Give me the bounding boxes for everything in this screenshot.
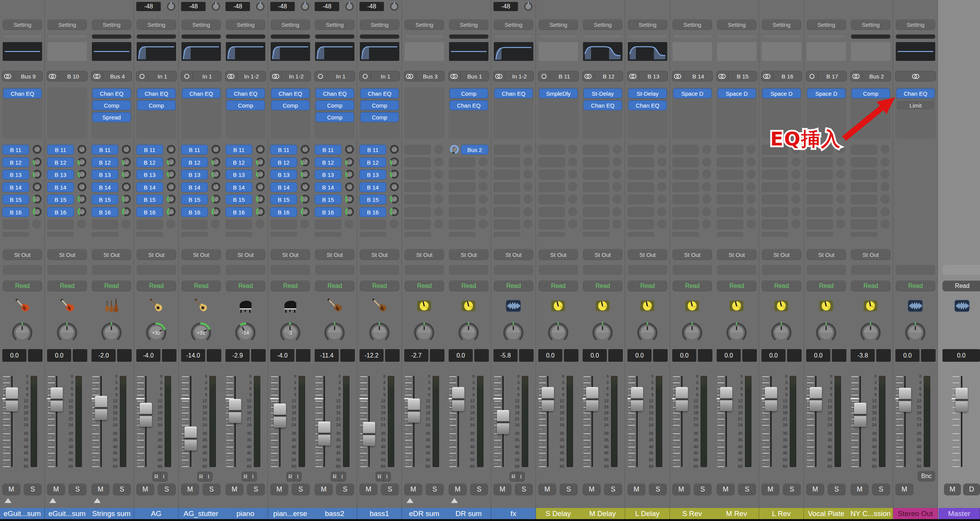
send-button-b-16[interactable]: B 16 [136, 207, 163, 217]
input-button[interactable]: B 12 [582, 71, 623, 82]
send-slot-empty[interactable] [2, 219, 29, 229]
send-slot-empty[interactable] [627, 219, 654, 229]
gauge-track-icon[interactable] [773, 297, 790, 315]
mute-button[interactable]: M [2, 483, 20, 495]
output-button[interactable]: St Out [762, 249, 801, 260]
output-button[interactable]: St Out [539, 249, 578, 260]
send-button-b-12[interactable]: B 12 [225, 157, 252, 167]
fader-cap[interactable] [765, 387, 777, 411]
send-slot-empty[interactable] [717, 170, 743, 180]
send-slot-empty[interactable] [359, 219, 386, 229]
send-level-knob[interactable] [166, 207, 176, 217]
automation-button[interactable]: Read [315, 281, 354, 291]
gain-display[interactable]: -48 [359, 2, 384, 11]
send-button-b-11[interactable]: B 11 [91, 145, 118, 155]
pan-knob[interactable] [726, 322, 747, 344]
setting-button[interactable]: Setting [583, 20, 622, 30]
stack-disclosure-triangle[interactable] [49, 498, 56, 503]
input-button[interactable]: In 1 [359, 71, 400, 82]
insert-slot-comp[interactable]: Comp [851, 88, 890, 98]
send-level-knob[interactable] [255, 169, 265, 179]
mute-button[interactable]: M [851, 483, 869, 495]
automation-button[interactable]: Read [673, 281, 712, 291]
send-button-b-11[interactable]: B 11 [225, 145, 252, 155]
insert-slot-space-d[interactable]: Space D [717, 88, 756, 98]
send-slot-empty[interactable] [717, 219, 743, 229]
send-button-b-16[interactable]: B 16 [359, 207, 386, 217]
mute-button[interactable]: M [449, 483, 467, 495]
send-level-knob[interactable] [300, 207, 310, 217]
send-slot-empty[interactable] [493, 182, 520, 192]
group-slot[interactable] [3, 265, 42, 275]
send-level-knob[interactable] [211, 169, 221, 179]
automation-button[interactable]: Read [494, 281, 533, 291]
fader-cap[interactable] [318, 421, 330, 446]
input-button[interactable] [895, 71, 936, 82]
insert-slot-chan-eq[interactable]: Chan EQ [494, 88, 533, 98]
send-slot-empty[interactable] [538, 157, 565, 167]
volume-display[interactable]: -14.0 [181, 349, 205, 362]
solo-button[interactable]: S [24, 483, 42, 495]
send-button-b-15[interactable]: B 15 [136, 194, 163, 204]
gauge-track-icon[interactable] [683, 297, 701, 315]
solo-button[interactable]: S [560, 483, 578, 495]
gauge-track-icon[interactable] [415, 297, 433, 315]
send-button-b-15[interactable]: B 15 [225, 194, 252, 204]
volume-display[interactable]: 0.0 [895, 349, 920, 362]
send-slot-empty[interactable] [761, 194, 788, 204]
output-button[interactable]: St Out [807, 249, 846, 260]
input-button[interactable]: In 1-2 [270, 71, 311, 82]
mute-button[interactable]: M [225, 483, 243, 495]
fader-cap[interactable] [720, 387, 732, 411]
pan-knob[interactable] [458, 322, 479, 344]
output-button[interactable]: St Out [315, 249, 354, 260]
volume-display[interactable]: -12.2 [359, 349, 384, 362]
send-level-knob[interactable] [345, 144, 354, 154]
send-level-knob[interactable] [166, 144, 176, 154]
send-button-b-13[interactable]: B 13 [315, 170, 341, 180]
automation-button[interactable]: Read [539, 281, 578, 291]
setting-button[interactable]: Setting [494, 20, 533, 30]
send-button-b-11[interactable]: B 11 [2, 145, 29, 155]
group-slot[interactable] [539, 265, 578, 275]
send-level-knob[interactable] [389, 169, 399, 179]
input-button[interactable]: In 1 [136, 71, 177, 82]
send-button-b-14[interactable]: B 14 [225, 182, 252, 192]
group-slot[interactable] [360, 265, 399, 275]
solo-button[interactable]: S [158, 483, 176, 495]
setting-button[interactable]: Setting [137, 20, 176, 30]
gain-knob[interactable] [166, 2, 176, 11]
send-slot-empty[interactable] [761, 219, 788, 229]
setting-button[interactable]: Setting [315, 20, 354, 30]
send-button-b-16[interactable]: B 16 [181, 207, 208, 217]
input-monitor-button[interactable]: I [160, 472, 168, 481]
group-slot[interactable] [226, 265, 265, 275]
insert-slot-smpledly[interactable]: SmpleDly [539, 88, 578, 98]
send-level-knob[interactable] [121, 144, 131, 154]
volume-display[interactable]: -2.9 [225, 349, 250, 362]
send-level-knob[interactable] [389, 144, 399, 154]
solo-button[interactable]: S [872, 483, 890, 495]
send-slot-empty[interactable] [404, 145, 431, 155]
send-button-b-11[interactable]: B 11 [270, 145, 297, 155]
send-slot-empty[interactable] [493, 207, 520, 217]
volume-display[interactable]: 0.0 [942, 349, 980, 362]
fader-cap[interactable] [229, 399, 241, 423]
fader-cap[interactable] [408, 399, 420, 423]
stack-disclosure-triangle[interactable] [94, 498, 101, 503]
mute-button[interactable]: M [47, 483, 65, 495]
solo-button[interactable]: S [604, 483, 622, 495]
pan-knob[interactable] [681, 322, 703, 344]
send-level-knob[interactable] [166, 182, 176, 192]
record-input-buttons[interactable]: RI [242, 472, 257, 482]
insert-slot-chan-eq[interactable]: Chan EQ [628, 100, 667, 110]
group-slot[interactable] [807, 265, 846, 275]
record-input-buttons[interactable]: RI [331, 472, 346, 482]
eguitar-track-icon[interactable] [13, 297, 31, 315]
send-button-b-12[interactable]: B 12 [359, 157, 386, 167]
send-slot-empty[interactable] [672, 219, 699, 229]
send-button-b-14[interactable]: B 14 [136, 182, 163, 192]
send-slot-empty[interactable] [538, 145, 565, 155]
fader-cap[interactable] [95, 396, 107, 420]
pan-knob[interactable] [56, 322, 78, 344]
